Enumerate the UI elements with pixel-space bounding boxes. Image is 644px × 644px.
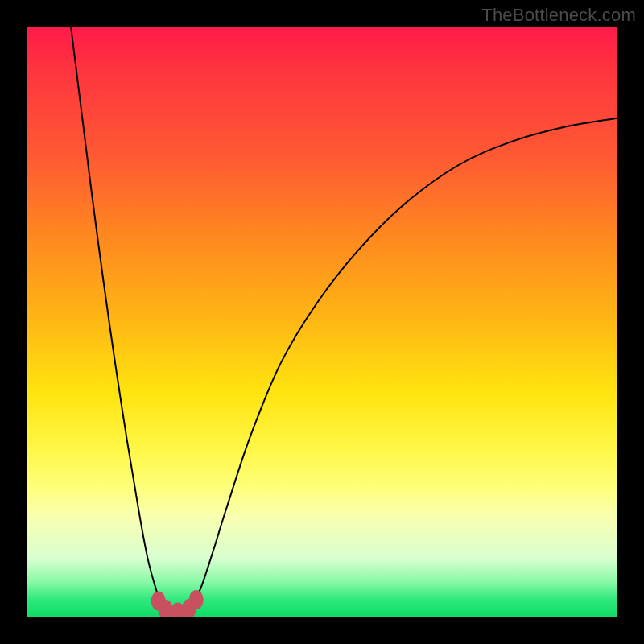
- plot-area: [27, 27, 617, 617]
- bottom-marker: [189, 590, 204, 609]
- bottom-marker-group: [151, 590, 204, 617]
- watermark-text: TheBottleneck.com: [481, 5, 636, 26]
- curve-right-branch: [186, 118, 617, 612]
- chart-svg: [27, 27, 617, 617]
- curve-left-branch: [71, 27, 168, 612]
- outer-frame: TheBottleneck.com: [0, 0, 644, 644]
